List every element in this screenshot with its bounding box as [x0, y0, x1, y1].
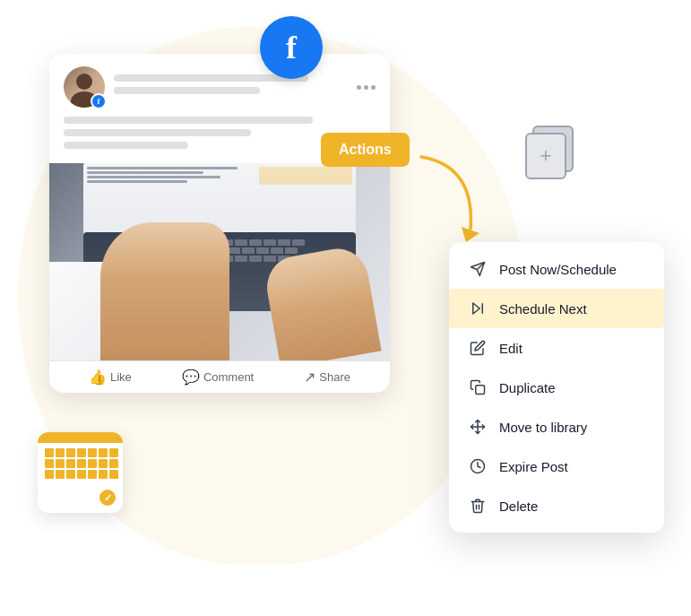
menu-label-expire: Expire Post — [499, 459, 568, 474]
comment-button[interactable]: 💬 Comment — [182, 369, 254, 386]
trash-icon — [469, 497, 487, 515]
cal-cell — [99, 470, 108, 479]
scene: f f — [0, 0, 691, 616]
cal-cell — [45, 470, 54, 479]
like-button[interactable]: 👍 Like — [89, 369, 132, 386]
send-icon — [469, 260, 487, 278]
content-line2 — [64, 129, 251, 136]
duplicate-icon-box: + — [525, 126, 579, 184]
cal-cell — [88, 459, 97, 468]
hand-left — [100, 222, 229, 360]
cal-cell — [66, 448, 75, 457]
content-line3 — [64, 142, 188, 149]
laptop-scene — [49, 163, 390, 360]
svg-marker-3 — [473, 303, 480, 314]
fb-letter: f — [286, 31, 297, 64]
subtitle-line — [114, 87, 260, 94]
cal-cell — [77, 459, 86, 468]
cal-cell — [77, 448, 86, 457]
calendar-header — [38, 432, 123, 443]
dot1 — [357, 85, 361, 90]
hand-right — [262, 244, 381, 360]
menu-item-edit[interactable]: Edit — [449, 328, 664, 368]
cal-cell — [66, 470, 75, 479]
comment-icon: 💬 — [182, 369, 200, 386]
cal-cell — [66, 459, 75, 468]
calendar-checkmark: ✓ — [98, 488, 117, 508]
menu-label-edit: Edit — [499, 341, 523, 356]
cal-cell — [109, 448, 118, 457]
svg-rect-5 — [476, 386, 485, 395]
fb-badge-letter: f — [98, 97, 100, 106]
arrow — [403, 148, 493, 247]
menu-label-delete: Delete — [499, 499, 538, 514]
edit-icon — [469, 339, 487, 357]
plus-icon: + — [540, 144, 552, 168]
fb-badge: f — [91, 93, 107, 109]
expire-icon — [469, 457, 487, 475]
content-line1 — [64, 117, 313, 124]
post-image — [49, 163, 390, 360]
menu-item-schedule-next[interactable]: Schedule Next — [449, 289, 664, 328]
share-button[interactable]: ↗ Share — [304, 369, 350, 386]
facebook-logo: f — [260, 16, 323, 79]
like-icon: 👍 — [89, 369, 107, 386]
cal-cell — [45, 459, 54, 468]
cal-cell — [56, 448, 65, 457]
cal-cell — [88, 470, 97, 479]
menu-label-schedule-next: Schedule Next — [499, 301, 587, 317]
fb-post-actions: 👍 Like 💬 Comment ↗ Share — [49, 360, 390, 393]
cal-cell — [88, 448, 97, 457]
options-dots[interactable] — [357, 85, 376, 90]
cal-cell — [45, 448, 54, 457]
menu-label-duplicate: Duplicate — [499, 380, 556, 395]
menu-item-delete[interactable]: Delete — [449, 486, 664, 525]
menu-item-expire[interactable]: Expire Post — [449, 447, 664, 486]
cal-cell — [56, 459, 65, 468]
menu-item-post-now[interactable]: Post Now/Schedule — [449, 249, 664, 289]
actions-button[interactable]: Actions — [321, 133, 410, 167]
dot3 — [371, 85, 376, 90]
cal-cell — [77, 470, 86, 479]
move-icon — [469, 418, 487, 436]
checkmark-symbol: ✓ — [104, 492, 112, 504]
menu-label-post-now: Post Now/Schedule — [499, 262, 617, 277]
facebook-post-card: f — [49, 54, 390, 393]
cal-cell — [109, 470, 118, 479]
menu-label-move: Move to library — [499, 420, 587, 435]
skip-icon — [469, 299, 487, 317]
menu-item-move[interactable]: Move to library — [449, 407, 664, 447]
cal-cell — [99, 459, 108, 468]
dropdown-menu: Post Now/Schedule Schedule Next Edit — [449, 242, 664, 533]
like-label: Like — [110, 370, 132, 384]
calendar-grid — [45, 448, 116, 479]
actions-label: Actions — [339, 142, 392, 157]
menu-item-duplicate[interactable]: Duplicate — [449, 368, 664, 407]
avatar-wrapper: f — [64, 66, 105, 108]
calendar-widget: ✓ — [38, 432, 123, 513]
cal-cell — [56, 470, 65, 479]
copy-icon — [469, 378, 487, 396]
header-lines — [114, 74, 357, 100]
card-header: f — [49, 54, 390, 117]
share-icon: ↗ — [304, 369, 315, 386]
share-label: Share — [319, 370, 350, 384]
dup-card-front: + — [525, 133, 566, 179]
cal-cell — [109, 459, 118, 468]
dot2 — [364, 85, 368, 90]
comment-label: Comment — [203, 370, 254, 384]
cal-cell — [99, 448, 108, 457]
